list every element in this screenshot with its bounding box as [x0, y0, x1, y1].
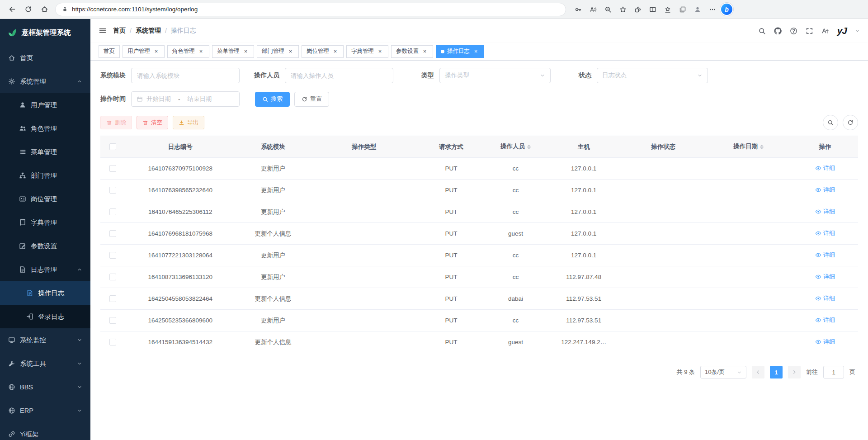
sidebar-item-system[interactable]: 系统管理 — [0, 70, 90, 93]
row-checkbox[interactable] — [109, 230, 116, 237]
fullscreen-icon[interactable] — [806, 27, 813, 35]
collections-icon[interactable] — [676, 3, 689, 16]
row-checkbox[interactable] — [109, 252, 116, 259]
sidebar-item-post[interactable]: 岗位管理 — [0, 187, 90, 211]
copilot-icon[interactable]: b — [721, 4, 732, 15]
tab-close-icon[interactable]: × — [198, 48, 204, 55]
address-bar[interactable]: https://ccnetcore.com:1101/system/log/op… — [55, 3, 566, 16]
back-icon[interactable] — [5, 2, 19, 17]
sidebar-item-menu[interactable]: 菜单管理 — [0, 140, 90, 164]
tab-首页[interactable]: 首页 — [99, 45, 120, 58]
detail-link[interactable]: 详细 — [815, 316, 835, 324]
goto-page-input[interactable] — [823, 366, 844, 378]
sidebar-item-operlog[interactable]: 操作日志 — [0, 281, 90, 305]
sidebar-item-dict[interactable]: 字典管理 — [0, 211, 90, 234]
sidebar-item-dept[interactable]: 部门管理 — [0, 164, 90, 187]
tab-部门管理[interactable]: 部门管理× — [257, 45, 299, 58]
menu-fold-icon[interactable] — [99, 27, 107, 35]
row-checkbox[interactable] — [109, 339, 116, 345]
tab-close-icon[interactable]: × — [332, 48, 339, 55]
status-select[interactable]: 日志状态 — [597, 68, 708, 83]
brand-logo[interactable]: yJ — [837, 25, 847, 36]
question-icon[interactable] — [790, 27, 797, 35]
detail-link[interactable]: 详细 — [815, 273, 835, 281]
reset-button[interactable]: 重置 — [294, 92, 329, 107]
sidebar-item-erp[interactable]: ERP — [0, 399, 90, 422]
url-text[interactable]: https://ccnetcore.com:1101/system/log/op… — [72, 6, 198, 13]
split-screen-icon[interactable] — [646, 3, 660, 16]
sidebar-item-user[interactable]: 用户管理 — [0, 93, 90, 117]
refresh-icon[interactable] — [21, 2, 35, 17]
column-header-operator[interactable]: 操作人员 — [485, 136, 546, 158]
delete-button[interactable]: 删除 — [100, 116, 132, 129]
tab-close-icon[interactable]: × — [287, 48, 294, 55]
module-input[interactable] — [131, 68, 240, 83]
tab-操作日志[interactable]: 操作日志× — [436, 45, 484, 58]
sort-caret[interactable] — [527, 143, 531, 151]
sidebar-item-tools[interactable]: 系统工具 — [0, 352, 90, 375]
date-range-input[interactable]: 开始日期 - 结束日期 — [131, 91, 240, 107]
sidebar-item-log[interactable]: 日志管理 — [0, 258, 90, 281]
detail-link[interactable]: 详细 — [815, 229, 835, 237]
refresh-table-button[interactable] — [843, 115, 858, 130]
tab-close-icon[interactable]: × — [377, 48, 383, 55]
tab-close-icon[interactable]: × — [153, 48, 160, 55]
sidebar-item-monitor[interactable]: 系统监控 — [0, 328, 90, 352]
tab-菜单管理[interactable]: 菜单管理× — [212, 45, 254, 58]
select-all-checkbox[interactable] — [109, 143, 116, 150]
row-checkbox[interactable] — [109, 317, 116, 324]
sidebar-item-role[interactable]: 角色管理 — [0, 117, 90, 140]
column-header-date[interactable]: 操作日期 — [705, 136, 792, 158]
row-checkbox[interactable] — [109, 208, 116, 215]
tab-字典管理[interactable]: 字典管理× — [346, 45, 388, 58]
toggle-search-button[interactable] — [823, 115, 838, 130]
read-aloud-icon[interactable] — [586, 3, 600, 16]
key-icon[interactable] — [571, 3, 585, 16]
tab-用户管理[interactable]: 用户管理× — [123, 45, 165, 58]
row-checkbox[interactable] — [109, 274, 116, 280]
operator-input[interactable] — [285, 68, 393, 83]
detail-link[interactable]: 详细 — [815, 251, 835, 259]
type-select[interactable]: 操作类型 — [439, 68, 551, 83]
tab-close-icon[interactable]: × — [242, 48, 249, 55]
tab-角色管理[interactable]: 角色管理× — [167, 45, 209, 58]
detail-link[interactable]: 详细 — [815, 164, 835, 172]
prev-page-button[interactable] — [752, 366, 764, 378]
more-icon[interactable] — [706, 3, 719, 16]
app-logo[interactable]: 意框架管理系统 — [0, 19, 90, 46]
font-size-icon[interactable] — [821, 27, 829, 35]
detail-link[interactable]: 详细 — [815, 294, 835, 303]
tab-岗位管理[interactable]: 岗位管理× — [302, 45, 344, 58]
sidebar-item-loginlog[interactable]: 登录日志 — [0, 305, 90, 328]
sidebar-item-home[interactable]: 首页 — [0, 46, 90, 70]
home-icon[interactable] — [37, 2, 52, 17]
page-size-select[interactable]: 10条/页 — [700, 366, 746, 378]
export-button[interactable]: 导出 — [173, 116, 204, 129]
sort-caret[interactable] — [760, 143, 764, 151]
row-checkbox[interactable] — [109, 165, 116, 172]
sidebar-item-yi[interactable]: Yi框架 — [0, 422, 90, 440]
search-icon[interactable] — [758, 27, 766, 35]
row-checkbox[interactable] — [109, 187, 116, 194]
breadcrumb-item[interactable]: 系统管理 — [136, 27, 161, 35]
chevron-down-icon[interactable] — [855, 28, 860, 33]
zoom-out-icon[interactable] — [601, 3, 615, 16]
sidebar-item-bbs[interactable]: BBS — [0, 375, 90, 399]
sidebar-item-param[interactable]: 参数设置 — [0, 234, 90, 258]
tab-参数设置[interactable]: 参数设置× — [391, 45, 433, 58]
github-icon[interactable] — [774, 27, 782, 35]
row-checkbox[interactable] — [109, 295, 116, 302]
favorite-add-icon[interactable] — [616, 3, 630, 16]
next-page-button[interactable] — [788, 366, 801, 378]
page-number-button[interactable]: 1 — [770, 366, 783, 378]
clear-button[interactable]: 清空 — [137, 116, 168, 129]
tab-close-icon[interactable]: × — [472, 48, 479, 55]
tab-close-icon[interactable]: × — [421, 48, 428, 55]
breadcrumb-item[interactable]: 首页 — [113, 27, 126, 35]
search-button[interactable]: 搜索 — [255, 92, 290, 107]
favorites-bar-icon[interactable] — [661, 3, 675, 16]
detail-link[interactable]: 详细 — [815, 208, 835, 216]
profile-icon[interactable] — [691, 3, 704, 16]
detail-link[interactable]: 详细 — [815, 186, 835, 194]
extensions-icon[interactable] — [631, 3, 645, 16]
